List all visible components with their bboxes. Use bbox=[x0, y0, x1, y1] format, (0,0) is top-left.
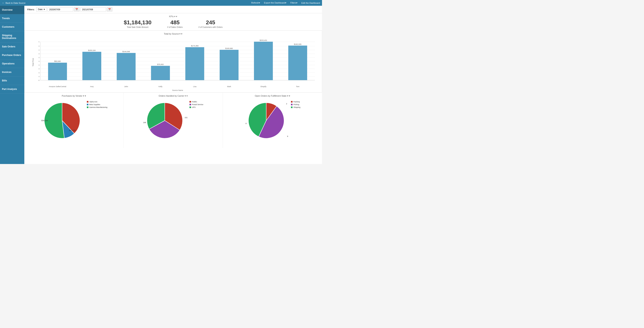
y-axis-label: Total Price bbox=[32, 58, 34, 66]
filters-label: Filters: bbox=[27, 8, 34, 11]
carrier-label-148: 148 bbox=[143, 121, 146, 123]
alpha-iron-color bbox=[87, 101, 88, 103]
svg-text:$140,000: $140,000 bbox=[38, 53, 40, 55]
refresh-button[interactable]: Refresh▾ bbox=[251, 1, 260, 4]
svg-text:Kelly: Kelly bbox=[158, 85, 162, 87]
picking-label: Picking bbox=[293, 103, 299, 105]
gamma-label: Gamma Manufacturing bbox=[89, 106, 108, 108]
sidebar-item-part-analysis[interactable]: Part Analysis bbox=[0, 85, 24, 93]
kpi-total-sale-label: Total Sale Order Amount bbox=[124, 26, 152, 28]
fulfillment-title[interactable]: Open Orders by Fulfillment State ▾ bbox=[226, 95, 319, 97]
top-bar-right: Refresh▾ Export the Dashboard▾ Filters▾ … bbox=[251, 1, 320, 4]
fulfillment-pie-container: 2 8 9 Packing Picking bbox=[226, 99, 319, 143]
fulfillment-chart: Open Orders by Fulfillment State ▾ 2 8 9… bbox=[223, 93, 322, 148]
purchases-label-39134: $39,134 bbox=[41, 120, 48, 121]
sidebar-item-shipping[interactable]: Shipping Destinations bbox=[0, 31, 24, 42]
carrier-pie-wrapper: 148 151 bbox=[143, 99, 186, 143]
date-dropdown[interactable]: Date: ▾ bbox=[36, 7, 47, 11]
kpi-total-sale-value: $1,184,130 bbox=[124, 19, 152, 26]
sidebar-item-sale-orders[interactable]: Sale Orders bbox=[0, 42, 24, 51]
svg-rect-43 bbox=[288, 46, 307, 80]
main-layout: Overview Trends Customers Shipping Desti… bbox=[0, 6, 322, 164]
sidebar-item-bills[interactable]: Bills bbox=[0, 76, 24, 85]
legend-postal: Postal Service bbox=[190, 103, 203, 105]
svg-rect-28 bbox=[117, 53, 136, 80]
kpi-customers-label: # of Customers with Orders bbox=[198, 26, 223, 28]
gamma-color bbox=[87, 106, 88, 108]
sidebar-item-purchase-orders[interactable]: Purchase Orders bbox=[0, 51, 24, 59]
kpi-title[interactable]: KPIs ▾ bbox=[26, 15, 320, 18]
edit-dashboard-button[interactable]: Edit the Dashboard bbox=[302, 2, 320, 4]
svg-text:Shopify: Shopify bbox=[260, 85, 266, 87]
ups-color bbox=[190, 106, 191, 108]
fulfillment-pie-svg bbox=[244, 99, 288, 142]
postal-color bbox=[190, 104, 191, 105]
purchases-legend: Alpha Iron Beta Supplies Gamma Manufactu… bbox=[87, 101, 108, 108]
orders-by-carrier-title[interactable]: Orders Handled by Carrier ▾ bbox=[126, 95, 220, 97]
svg-text:$80,000: $80,000 bbox=[38, 64, 40, 66]
svg-text:$92,640: $92,640 bbox=[54, 60, 61, 62]
svg-text:$180,000: $180,000 bbox=[38, 45, 40, 47]
ups-label: UPS bbox=[192, 106, 196, 108]
shipping-color bbox=[291, 106, 292, 108]
legend-gamma: Gamma Manufacturing bbox=[87, 106, 108, 108]
date-dropdown-label: Date: ▾ bbox=[38, 8, 45, 11]
carrier-pie-svg bbox=[143, 99, 186, 142]
purchases-pie-wrapper: $39,134 $47,670 bbox=[40, 99, 84, 143]
fulfillment-legend: Packing Picking Shipping bbox=[291, 101, 300, 108]
alpha-iron-label: Alpha Iron bbox=[89, 101, 97, 103]
svg-text:Amazon SellerCentral: Amazon SellerCentral bbox=[49, 85, 66, 87]
date-to-input[interactable] bbox=[80, 7, 106, 11]
carrier-legend: FedEx Postal Service UPS bbox=[190, 101, 203, 108]
fulfillment-label-2: 2 bbox=[286, 103, 287, 105]
kpi-section: KPIs ▾ $1,184,130 Total Sale Order Amoun… bbox=[24, 13, 322, 30]
svg-text:Amy: Amy bbox=[90, 85, 94, 87]
svg-text:$174,359: $174,359 bbox=[191, 45, 198, 47]
sidebar-item-invoices[interactable]: Invoices bbox=[0, 68, 24, 76]
export-button[interactable]: Export the Dashboard▾ bbox=[264, 1, 286, 4]
svg-text:Mark: Mark bbox=[227, 85, 231, 87]
svg-text:$160,000: $160,000 bbox=[38, 49, 40, 51]
carrier-label-151: 151 bbox=[184, 117, 188, 119]
kpi-sales-orders: 485 # of Sales Orders bbox=[167, 19, 183, 28]
purchases-pie-container: $39,134 $47,670 Alpha Iron Beta Supplies bbox=[27, 99, 120, 143]
orders-by-carrier-chart: Orders Handled by Carrier ▾ 148 151 FedE… bbox=[124, 93, 223, 148]
content-area: Filters: Date: ▾ 📅 📅 KPIs ▾ $1,184,130 T… bbox=[24, 6, 322, 164]
purchases-by-vendor-chart: Purchases by Vendor ▾ $39,134 $47,670 Al… bbox=[24, 93, 124, 148]
filters-bar: Filters: Date: ▾ 📅 📅 bbox=[24, 6, 322, 13]
bottom-charts: Purchases by Vendor ▾ $39,134 $47,670 Al… bbox=[24, 92, 322, 148]
postal-label: Postal Service bbox=[192, 103, 203, 105]
fulfillment-label-8: 8 bbox=[246, 122, 246, 124]
fulfillment-pie-wrapper: 2 8 9 bbox=[244, 99, 288, 143]
picking-color bbox=[291, 104, 292, 105]
svg-text:Tom: Tom bbox=[296, 85, 300, 87]
sidebar-item-trends[interactable]: Trends bbox=[0, 14, 24, 23]
date-filter-control: Date: ▾ 📅 📅 bbox=[36, 7, 112, 11]
fedex-label: FedEx bbox=[192, 101, 197, 103]
legend-shipping: Shipping bbox=[291, 106, 300, 108]
legend-beta-supplies: Beta Supplies bbox=[87, 103, 108, 105]
svg-rect-31 bbox=[151, 66, 170, 80]
svg-text:$40,000: $40,000 bbox=[38, 72, 40, 74]
back-to-datasource-link[interactable]: Back to Data Source bbox=[6, 2, 26, 4]
sidebar-item-operations[interactable]: Operations bbox=[0, 59, 24, 68]
kpi-total-sale-amount: $1,184,130 Total Sale Order Amount bbox=[124, 19, 152, 28]
kpi-customers-value: 245 bbox=[198, 19, 223, 26]
date-from-input[interactable] bbox=[48, 7, 73, 11]
svg-rect-40 bbox=[254, 42, 273, 80]
svg-text:Lisa: Lisa bbox=[193, 85, 196, 87]
svg-text:$160,680: $160,680 bbox=[225, 47, 233, 49]
bar-chart-title[interactable]: Total by Source ▾ bbox=[28, 33, 319, 35]
x-axis-source-label: Source Name bbox=[38, 89, 317, 91]
sidebar-item-overview[interactable]: Overview bbox=[0, 6, 24, 14]
filters-button[interactable]: Filters▾ bbox=[290, 1, 298, 4]
calendar-from-button[interactable]: 📅 bbox=[74, 7, 80, 11]
beta-supplies-color bbox=[87, 104, 88, 105]
purchases-by-vendor-title[interactable]: Purchases by Vendor ▾ bbox=[27, 95, 120, 97]
svg-text:$203,431: $203,431 bbox=[260, 39, 267, 41]
packing-color bbox=[291, 101, 292, 103]
calendar-to-button[interactable]: 📅 bbox=[107, 7, 112, 11]
sidebar-item-customers[interactable]: Customers bbox=[0, 23, 24, 31]
sidebar: Overview Trends Customers Shipping Desti… bbox=[0, 6, 24, 164]
legend-packing: Packing bbox=[291, 101, 300, 103]
